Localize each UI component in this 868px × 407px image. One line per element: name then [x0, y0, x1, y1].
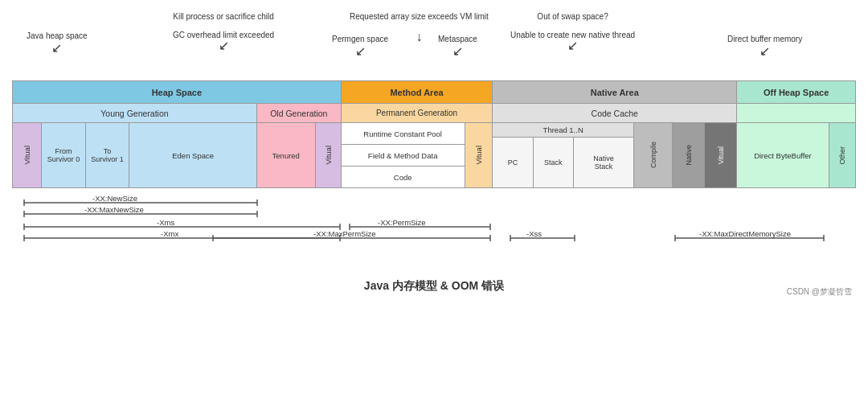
- native-cell: Native: [673, 123, 704, 187]
- method-area-content: Runtime Constant Pool Field & Method Dat…: [342, 123, 493, 187]
- oom-section: Java heap space ↙ Kill process or sacrif…: [12, 8, 856, 76]
- other-cell: Other: [829, 123, 855, 187]
- footer-title: Java 内存模型 & OOM 错误: [12, 279, 856, 294]
- svg-text:-XX:MaxDirectMemorySize: -XX:MaxDirectMemorySize: [699, 229, 791, 238]
- offheap-content: Direct ByteBuffer Other: [737, 123, 855, 187]
- code-row: Code: [342, 166, 465, 187]
- thread-cells: PC Stack NativeStack: [493, 138, 633, 187]
- direct-bytebuffer-cell: Direct ByteBuffer: [737, 123, 829, 187]
- native-area-header: Native Area: [493, 81, 737, 103]
- content-row: Vitual FromSurvivor 0 ToSurvivor 1 Eden …: [13, 123, 855, 187]
- old-virtual-cell: Vitual: [316, 123, 341, 187]
- svg-text:-XX:PermSize: -XX:PermSize: [378, 218, 426, 227]
- compile-cell: Compile: [634, 123, 673, 187]
- runtime-constant-pool: Runtime Constant Pool: [342, 123, 465, 145]
- thread-header: Thread 1..N: [493, 123, 633, 138]
- young-gen-content: Vitual FromSurvivor 0 ToSurvivor 1 Eden …: [13, 123, 257, 187]
- main-container: Java heap space ↙ Kill process or sacrif…: [0, 0, 868, 302]
- young-generation-header: Young Generation: [13, 104, 257, 122]
- svg-text:-XX:NewSize: -XX:NewSize: [92, 194, 137, 203]
- method-virtual-cell: Vitual: [465, 123, 493, 187]
- tenured-cell: Tenured: [257, 123, 316, 187]
- brand-label: CSDN @梦凝哲雪: [787, 286, 852, 298]
- native-stack-cell: NativeStack: [574, 138, 633, 187]
- svg-text:-XX:MaxPermSize: -XX:MaxPermSize: [313, 229, 376, 238]
- method-rows: Runtime Constant Pool Field & Method Dat…: [342, 123, 465, 187]
- survivor0-cell: FromSurvivor 0: [42, 123, 86, 187]
- oom-metaspace: Metaspace ↙: [438, 34, 477, 59]
- oom-gc-overhead: Kill process or sacrifice child GC overh…: [173, 12, 274, 52]
- method-area-header: Method Area: [342, 81, 493, 103]
- pc-cell: PC: [493, 138, 533, 187]
- stack-cell: Stack: [534, 138, 574, 187]
- section-headers-row: Heap Space Method Area Native Area Off H…: [13, 81, 855, 104]
- thread-group: Thread 1..N PC Stack NativeStack: [493, 123, 634, 187]
- eden-space-cell: Eden Space: [129, 123, 256, 187]
- sub-headers-row: Young Generation Old Generation Permanen…: [13, 104, 855, 123]
- young-virtual-cell: Vitual: [13, 123, 42, 187]
- measurements-svg: -XX:NewSize -XX:MaxNewSize -Xms -Xmx -XX…: [12, 193, 856, 269]
- measurements-section: -XX:NewSize -XX:MaxNewSize -Xms -Xmx -XX…: [12, 193, 856, 269]
- oom-direct-buffer: Direct buffer memory ↙: [727, 34, 802, 59]
- survivor1-cell: ToSurvivor 1: [86, 123, 130, 187]
- memory-diagram: Heap Space Method Area Native Area Off H…: [12, 80, 856, 188]
- native-virtual-cell: Vitual: [705, 123, 736, 187]
- svg-text:-Xss: -Xss: [526, 229, 542, 238]
- svg-text:-Xmx: -Xmx: [161, 229, 178, 238]
- old-gen-content: Tenured Vitual: [257, 123, 342, 187]
- svg-text:-Xms: -Xms: [157, 218, 174, 227]
- oom-swap: Out of swap space? Unable to create new …: [510, 12, 635, 52]
- heap-space-header: Heap Space: [13, 81, 342, 103]
- offheap-sub-header: [737, 104, 855, 122]
- offheap-header: Off Heap Space: [737, 81, 855, 103]
- oom-java-heap: Java heap space ↙: [27, 31, 88, 56]
- old-generation-header: Old Generation: [257, 104, 342, 122]
- native-area-content: Thread 1..N PC Stack NativeStack: [493, 123, 737, 187]
- code-cache-header: Code Cache: [493, 104, 737, 122]
- field-method-data: Field & Method Data: [342, 145, 465, 166]
- svg-text:-XX:MaxNewSize: -XX:MaxNewSize: [84, 205, 144, 214]
- permanent-generation-header: Permanent Generation: [342, 104, 493, 122]
